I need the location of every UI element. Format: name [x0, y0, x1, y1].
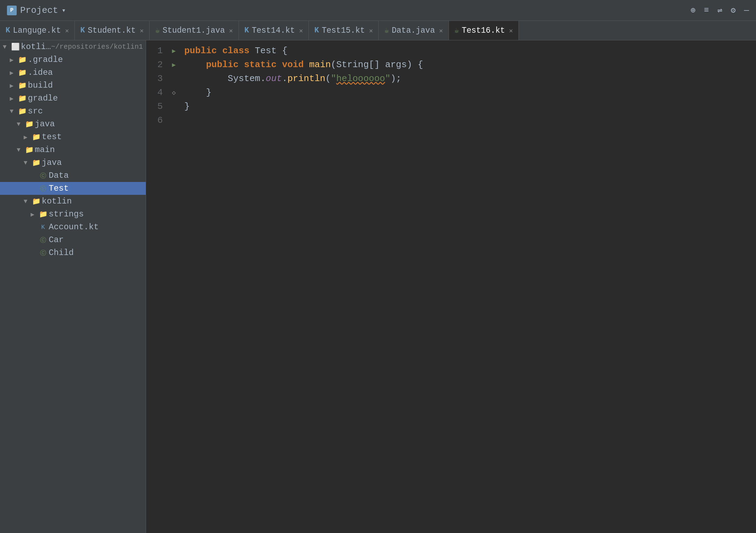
sidebar-item-kotlin1[interactable]: ⬜ kotlin1 ~/repositories/kotlin1 [0, 40, 146, 53]
gutter-row-6 [167, 113, 181, 127]
code-line-6 [184, 113, 756, 127]
settings-icon[interactable]: ⚙ [731, 5, 735, 15]
tab-languge-kt[interactable]: K Languge.kt ✕ [0, 21, 75, 40]
structure-icon[interactable]: ≡ [704, 6, 709, 15]
tab-close-icon[interactable]: ✕ [439, 27, 443, 34]
tab-label: Student1.java [162, 26, 225, 35]
arrow-icon [24, 198, 31, 205]
title-bar-icons: ⊕ ≡ ⇌ ⚙ — [691, 5, 749, 15]
tab-test14-kt[interactable]: K Test14.kt ✕ [239, 21, 309, 40]
tab-close-icon[interactable]: ✕ [140, 27, 144, 34]
tab-data-java[interactable]: ☕ Data.java ✕ [379, 21, 449, 40]
nav-icon[interactable]: ⊕ [691, 5, 695, 15]
project-folder-icon: ⬜ [10, 43, 21, 51]
sidebar-item-label: kotlin1 [21, 42, 51, 51]
tab-close-icon[interactable]: ✕ [229, 27, 233, 34]
sidebar-item-label: .gradle [28, 55, 146, 64]
title-project-label: Project [20, 5, 58, 16]
title-dropdown-icon[interactable]: ▾ [62, 6, 66, 15]
tab-close-icon[interactable]: ✕ [65, 27, 69, 34]
arrow-icon [10, 82, 17, 89]
java-class-icon: ⓒ [38, 172, 49, 180]
sidebar-item-label: Data [49, 171, 146, 180]
sidebar-item-account-kt[interactable]: K Account.kt [0, 221, 146, 233]
sidebar-item-label: Car [49, 235, 146, 245]
sidebar-item-main[interactable]: 📁 main [0, 143, 146, 156]
gutter-row-5 [167, 100, 181, 113]
sidebar-item-strings[interactable]: 📁 strings [0, 208, 146, 221]
tab-label: Test14.kt [252, 26, 295, 35]
tab-label: Test15.kt [322, 26, 365, 35]
editor-content[interactable]: 1 2 3 4 5 6 ▶ ▶ ◇ [146, 40, 756, 533]
tab-student-kt[interactable]: K Student.kt ✕ [75, 21, 150, 40]
diff-icon[interactable]: ⇌ [717, 5, 722, 15]
arrow-icon [17, 146, 24, 153]
sidebar-item-label: Child [49, 248, 146, 257]
sidebar-item-gradle[interactable]: 📁 gradle [0, 92, 146, 105]
folder-icon: 📁 [38, 210, 49, 218]
java-file-icon: ☕ [384, 26, 389, 35]
tab-close-icon[interactable]: ✕ [369, 27, 373, 34]
line-numbers: 1 2 3 4 5 6 [146, 44, 167, 533]
sidebar-item-label: strings [49, 209, 146, 219]
tab-label: Languge.kt [13, 26, 61, 35]
tab-student1-java[interactable]: ☕ Student1.java ✕ [150, 21, 239, 40]
tab-close-icon[interactable]: ✕ [299, 27, 303, 34]
code-line-4: } [184, 86, 756, 100]
kotlin-file-icon: K [38, 223, 49, 231]
code-line-2: public static void main(String[] args) { [184, 58, 756, 72]
title-bar-left: P Project ▾ [7, 5, 66, 16]
folder-icon: 📁 [17, 108, 28, 115]
kotlin-class-icon: ⓒ [38, 249, 49, 257]
sidebar-item-gradle-hidden[interactable]: 📁 .gradle [0, 53, 146, 66]
sidebar-item-label: java [42, 158, 146, 167]
sidebar-item-car[interactable]: ⓒ Car [0, 233, 146, 246]
run-arrow-icon[interactable]: ▶ [172, 47, 176, 55]
tab-label: Data.java [392, 26, 435, 35]
code-line-5: } [184, 100, 756, 113]
sidebar-item-src[interactable]: 📁 src [0, 105, 146, 118]
folder-icon: 📁 [31, 133, 42, 141]
gutter-row-1: ▶ [167, 44, 181, 58]
arrow-icon [10, 56, 17, 64]
gutter: ▶ ▶ ◇ [167, 44, 181, 533]
java-file-icon: ☕ [155, 26, 160, 35]
bookmark-icon: ◇ [172, 89, 176, 96]
run-arrow-icon[interactable]: ▶ [172, 61, 176, 69]
sidebar-item-kotlin-dir[interactable]: 📁 kotlin [0, 195, 146, 208]
folder-icon: 📁 [17, 56, 28, 64]
sidebar-item-data[interactable]: ⓒ Data [0, 169, 146, 182]
sidebar-item-java-test[interactable]: 📁 java [0, 118, 146, 130]
folder-icon: 📁 [24, 146, 35, 154]
sidebar-item-label: test [42, 132, 146, 142]
minimize-icon[interactable]: — [744, 6, 749, 15]
code-editor[interactable]: public class Test { public static void m… [181, 44, 756, 533]
kotlin-file-icon: K [314, 26, 319, 35]
code-line-3: System.out.println("heloooooo"); [184, 72, 756, 86]
project-icon: P [7, 6, 17, 15]
tab-close-icon[interactable]: ✕ [509, 27, 513, 34]
sidebar-item-child[interactable]: ⓒ Child [0, 246, 146, 259]
tab-test16-kt[interactable]: ☕ Test16.kt ✕ [449, 21, 519, 40]
kotlin-file-icon: K [80, 26, 85, 35]
arrow-icon [24, 133, 31, 141]
path-label: ~/repositories/kotlin1 [51, 43, 146, 51]
folder-icon: 📁 [17, 95, 28, 102]
sidebar-item-label: .idea [28, 68, 146, 77]
sidebar-item-label: Test [49, 184, 146, 193]
kotlin-class-icon: ⓒ [38, 236, 49, 244]
sidebar-item-java-main[interactable]: 📁 java [0, 156, 146, 169]
tab-bar: K Languge.kt ✕ K Student.kt ✕ ☕ Student1… [0, 21, 756, 40]
main-layout: ⬜ kotlin1 ~/repositories/kotlin1 📁 .grad… [0, 40, 756, 533]
sidebar-item-test-dir[interactable]: 📁 test [0, 130, 146, 143]
arrow-icon [17, 121, 24, 128]
sidebar-item-idea[interactable]: 📁 .idea [0, 66, 146, 79]
sidebar-tree: ⬜ kotlin1 ~/repositories/kotlin1 📁 .grad… [0, 40, 146, 533]
arrow-icon [3, 43, 10, 50]
sidebar: ⬜ kotlin1 ~/repositories/kotlin1 📁 .grad… [0, 40, 146, 533]
tab-test15-kt[interactable]: K Test15.kt ✕ [309, 21, 379, 40]
sidebar-item-build[interactable]: 📁 build [0, 79, 146, 92]
kotlin-folder-icon: 📁 [31, 198, 42, 205]
kotlin-file-icon: K [6, 26, 10, 35]
sidebar-item-test[interactable]: ⓒ Test [0, 182, 146, 195]
